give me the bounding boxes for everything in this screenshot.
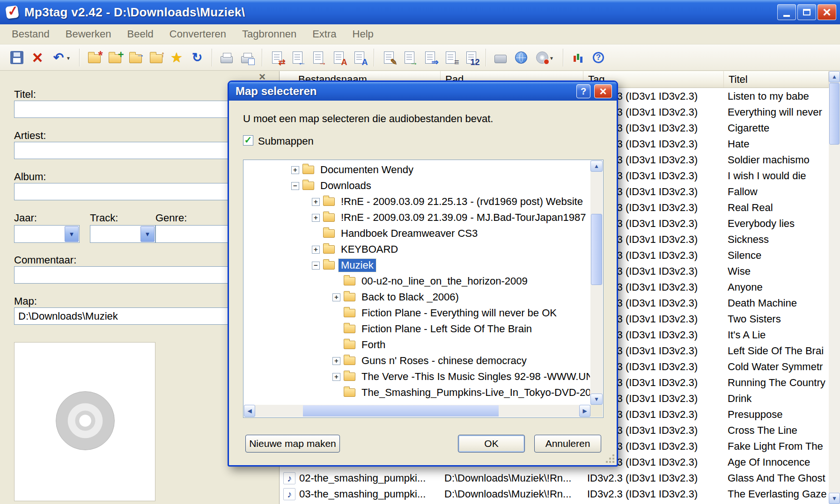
import-icon[interactable] bbox=[399, 47, 420, 68]
folder-label[interactable]: Guns n' Roses - chinese democracy bbox=[359, 354, 529, 367]
folder-label[interactable]: The Verve -This Is Music Singles 92-98 -… bbox=[359, 370, 590, 383]
expand-icon[interactable]: + bbox=[312, 214, 320, 222]
folder-label[interactable]: Fiction Plane - Left Side Of The Brain bbox=[359, 322, 534, 336]
tree-item[interactable]: −Downloads bbox=[244, 178, 590, 194]
submappen-checkbox[interactable] bbox=[243, 135, 253, 146]
chevron-down-icon[interactable] bbox=[548, 53, 554, 62]
list-scroll-thumb[interactable] bbox=[829, 83, 840, 145]
edit-tag-icon[interactable] bbox=[378, 47, 399, 68]
tree-vscroll-thumb[interactable] bbox=[591, 214, 602, 285]
tree-item[interactable]: −Muziek bbox=[244, 257, 590, 273]
menu-bewerken[interactable]: Bewerken bbox=[58, 28, 119, 40]
dialog-help-icon[interactable] bbox=[576, 84, 590, 98]
web-source-icon[interactable] bbox=[511, 47, 531, 68]
tag-to-filename-icon[interactable] bbox=[266, 47, 287, 68]
scroll-up-icon[interactable] bbox=[590, 161, 603, 172]
ok-button[interactable]: OK bbox=[458, 435, 525, 453]
tree-hscroll-thumb[interactable] bbox=[303, 405, 499, 416]
chevron-down-icon[interactable] bbox=[65, 226, 79, 242]
cd-icon[interactable] bbox=[531, 47, 559, 68]
folder-label[interactable]: Downloads bbox=[318, 179, 374, 192]
file-row[interactable]: 02-the_smashing_pumpki...D:\Downloads\Mu… bbox=[280, 470, 829, 486]
change-directory-icon[interactable] bbox=[84, 47, 104, 68]
refresh-icon[interactable] bbox=[187, 47, 207, 68]
tree-item[interactable]: Forth bbox=[244, 337, 590, 353]
autonumber-icon[interactable] bbox=[461, 47, 481, 68]
track-combo[interactable] bbox=[90, 225, 155, 243]
menu-help[interactable]: Help bbox=[345, 28, 382, 40]
expand-icon[interactable]: + bbox=[312, 198, 320, 206]
maximize-button[interactable] bbox=[797, 4, 816, 20]
tag-to-tag-icon[interactable] bbox=[349, 47, 369, 68]
list-vertical-scrollbar[interactable] bbox=[829, 71, 840, 504]
folder-label[interactable]: !RnE - 2009.03.09 21.25.13 - (rvd1969 po… bbox=[339, 195, 585, 208]
menu-bestand[interactable]: Bestand bbox=[4, 28, 58, 40]
tree-item[interactable]: +Documenten Wendy bbox=[244, 162, 590, 178]
scroll-down-icon[interactable] bbox=[829, 493, 840, 504]
file-row[interactable]: 03-the_smashing_pumpki...D:\Downloads\Mu… bbox=[280, 486, 829, 502]
minimize-button[interactable] bbox=[777, 4, 796, 20]
print-icon[interactable] bbox=[216, 47, 237, 68]
folder-label[interactable]: Muziek bbox=[339, 259, 376, 272]
export-icon[interactable] bbox=[420, 47, 440, 68]
chevron-down-icon[interactable] bbox=[140, 226, 155, 242]
tree-item[interactable]: Fiction Plane - Left Side Of The Brain bbox=[244, 321, 590, 337]
folder-label[interactable]: 00-u2-no_line_on_the_horizon-2009 bbox=[359, 275, 530, 288]
folder-label[interactable]: !RnE - 2009.03.09 21.39.09 - MJ.Bad-Tour… bbox=[339, 211, 588, 224]
tree-item[interactable]: The_Smashing_Pumpkins-Live_In_Tokyo-DVD-… bbox=[244, 385, 590, 401]
tree-item[interactable]: +!RnE - 2009.03.09 21.39.09 - MJ.Bad-Tou… bbox=[244, 210, 590, 226]
help-icon[interactable] bbox=[588, 47, 609, 68]
collapse-icon[interactable]: − bbox=[312, 262, 320, 270]
folder-label[interactable]: Handboek Dreamweaver CS3 bbox=[339, 227, 480, 240]
nieuwe-map-maken-button[interactable]: Nieuwe map maken bbox=[245, 435, 340, 453]
chevron-down-icon[interactable] bbox=[65, 53, 71, 62]
save-tag-icon[interactable] bbox=[7, 47, 27, 68]
expand-icon[interactable]: + bbox=[332, 357, 340, 365]
folder-label[interactable]: KEYBOARD bbox=[339, 243, 400, 256]
playlist-icon[interactable] bbox=[440, 47, 461, 68]
scroll-down-icon[interactable] bbox=[590, 394, 603, 405]
folder-label[interactable]: Fiction Plane - Everything will never be… bbox=[359, 307, 559, 320]
folder-label[interactable]: Documenten Wendy bbox=[318, 163, 416, 176]
expand-icon[interactable]: + bbox=[332, 293, 340, 301]
folder-label[interactable]: Forth bbox=[359, 338, 388, 351]
player-icon[interactable] bbox=[490, 47, 511, 68]
tree-item[interactable]: +Back to Black _2006) bbox=[244, 289, 590, 305]
folder-label[interactable]: The_Smashing_Pumpkins-Live_In_Tokyo-DVD-… bbox=[359, 386, 590, 399]
menu-extra[interactable]: Extra bbox=[304, 28, 344, 40]
column-header-titel[interactable]: Titel bbox=[724, 71, 829, 88]
print-preview-icon[interactable] bbox=[237, 47, 258, 68]
resize-grip[interactable] bbox=[606, 455, 615, 463]
select-directory-icon[interactable] bbox=[125, 47, 146, 68]
tree-item[interactable]: Fiction Plane - Everything will never be… bbox=[244, 305, 590, 321]
textfile-to-tag-icon[interactable] bbox=[328, 47, 349, 68]
add-directory-icon[interactable] bbox=[104, 47, 125, 68]
remove-tag-icon[interactable] bbox=[27, 47, 48, 68]
tree-horizontal-scrollbar[interactable] bbox=[244, 405, 590, 417]
scroll-left-icon[interactable] bbox=[244, 405, 255, 417]
tree-vertical-scrollbar[interactable] bbox=[590, 161, 603, 405]
annuleren-button[interactable]: Annuleren bbox=[534, 435, 601, 453]
menu-beeld[interactable]: Beeld bbox=[119, 28, 162, 40]
tree-item[interactable]: Handboek Dreamweaver CS3 bbox=[244, 226, 590, 241]
filename-to-filename-icon[interactable] bbox=[308, 47, 328, 68]
filename-to-tag-icon[interactable] bbox=[287, 47, 308, 68]
jaar-combo[interactable] bbox=[14, 225, 80, 243]
dialog-close-icon[interactable] bbox=[594, 84, 612, 98]
undo-icon[interactable] bbox=[48, 47, 75, 68]
options-icon[interactable] bbox=[567, 47, 588, 68]
collapse-icon[interactable]: − bbox=[291, 182, 299, 190]
scroll-right-icon[interactable] bbox=[579, 405, 590, 417]
close-button[interactable] bbox=[818, 4, 836, 20]
folder-label[interactable]: Back to Black _2006) bbox=[359, 291, 461, 304]
tree-item[interactable]: 00-u2-no_line_on_the_horizon-2009 bbox=[244, 273, 590, 289]
expand-icon[interactable]: + bbox=[291, 166, 299, 174]
expand-icon[interactable]: + bbox=[312, 246, 320, 254]
tree-item[interactable]: +The Verve -This Is Music Singles 92-98 … bbox=[244, 369, 590, 385]
menu-converteren[interactable]: Converteren bbox=[162, 28, 234, 40]
scroll-up-icon[interactable] bbox=[829, 71, 840, 82]
parent-directory-icon[interactable] bbox=[146, 47, 166, 68]
menu-tagbronnen[interactable]: Tagbronnen bbox=[234, 28, 304, 40]
expand-icon[interactable]: + bbox=[332, 373, 340, 381]
favorites-icon[interactable] bbox=[166, 47, 187, 68]
